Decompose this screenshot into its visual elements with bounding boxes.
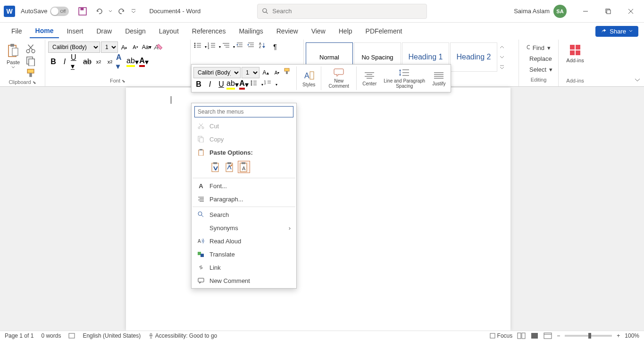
mini-font-name[interactable]: Calibri (Body) — [193, 67, 241, 78]
print-layout-icon[interactable] — [530, 332, 539, 339]
search-box[interactable] — [257, 4, 427, 19]
mini-italic[interactable]: I — [205, 79, 215, 90]
mini-grow-font[interactable]: A▴ — [260, 67, 271, 78]
increase-indent-icon[interactable] — [247, 41, 258, 52]
mini-shrink-font[interactable]: A▾ — [272, 67, 282, 78]
paste-keep-source[interactable] — [209, 161, 222, 173]
font-size-select[interactable]: 11 — [101, 41, 118, 53]
numbering-icon[interactable]: 123 — [208, 41, 218, 52]
tab-mailings[interactable]: Mailings — [233, 25, 268, 38]
document-page[interactable] — [126, 88, 510, 331]
paste-button[interactable]: Paste — [3, 41, 24, 71]
minimize-button[interactable] — [576, 4, 595, 19]
paste-text-only[interactable]: A — [238, 161, 250, 173]
undo-dropdown-icon[interactable] — [109, 8, 112, 15]
customize-qat-icon[interactable] — [131, 8, 136, 15]
menu-link[interactable]: Link — [192, 261, 295, 274]
mini-bold[interactable]: B — [193, 79, 204, 90]
menu-read-aloud[interactable]: A Read Aloud — [192, 234, 295, 248]
tab-file[interactable]: File — [6, 25, 28, 38]
format-painter-icon[interactable] — [25, 68, 36, 78]
font-name-select[interactable]: Calibri (Body) — [48, 41, 100, 53]
tab-layout[interactable]: Layout — [153, 25, 184, 38]
mini-underline[interactable]: U — [216, 79, 226, 90]
zoom-slider[interactable] — [565, 335, 612, 337]
search-input[interactable] — [272, 8, 422, 15]
autosave-toggle[interactable]: Off — [50, 7, 69, 16]
web-layout-icon[interactable] — [544, 332, 552, 339]
styles-up-icon[interactable] — [499, 45, 505, 50]
mini-font-color[interactable]: A▾ — [239, 79, 249, 90]
close-button[interactable] — [621, 4, 640, 19]
menu-paragraph[interactable]: Paragraph... — [192, 192, 295, 206]
mini-bullets-icon[interactable] — [250, 79, 260, 90]
styles-more-icon[interactable] — [499, 65, 505, 69]
replace-button[interactable]: Replace — [524, 54, 553, 63]
focus-button[interactable]: Focus — [490, 332, 512, 339]
menu-synonyms[interactable]: Synonyms › — [192, 221, 295, 234]
italic-button[interactable]: I — [59, 57, 70, 67]
status-accessibility[interactable]: Accessibility: Good to go — [148, 332, 217, 339]
tab-home[interactable]: Home — [30, 24, 59, 38]
ribbon-collapse-icon[interactable] — [634, 76, 641, 83]
read-mode-icon[interactable] — [517, 332, 526, 339]
underline-button[interactable]: U ▾ — [71, 57, 81, 67]
subscript-button[interactable]: x2 — [93, 57, 104, 67]
zoom-out[interactable]: − — [557, 332, 560, 339]
menu-translate[interactable]: Translate — [192, 248, 295, 261]
menu-search[interactable]: Search — [192, 208, 295, 221]
strikethrough-button[interactable]: ab — [82, 57, 92, 67]
status-language[interactable]: English (United States) — [83, 332, 141, 339]
mini-numbering-icon[interactable]: 12 — [264, 79, 275, 90]
change-case-button[interactable]: Aa▾ — [142, 42, 152, 52]
mini-styles-button[interactable]: A Styles — [300, 69, 318, 88]
status-words[interactable]: 0 words — [41, 332, 61, 339]
tab-help[interactable]: Help — [333, 25, 358, 38]
clear-formatting-icon[interactable]: A — [153, 42, 163, 52]
menu-search-input[interactable] — [194, 106, 293, 117]
user-area[interactable]: Saima Aslam SA — [514, 5, 567, 18]
mini-font-size[interactable]: 11 — [242, 67, 259, 78]
spellcheck-icon[interactable] — [68, 332, 75, 339]
mini-format-painter-icon[interactable] — [283, 67, 293, 78]
mini-line-spacing-button[interactable]: Line and Paragraph Spacing — [380, 67, 428, 90]
tab-references[interactable]: References — [186, 25, 232, 38]
redo-icon[interactable] — [118, 8, 125, 15]
menu-new-comment[interactable]: New Comment — [192, 274, 295, 287]
select-button[interactable]: Select ▾ — [524, 65, 553, 74]
tab-review[interactable]: Review — [271, 25, 304, 38]
tab-insert[interactable]: Insert — [61, 25, 89, 38]
text-effects-button[interactable]: A ▾ — [116, 57, 126, 67]
mini-new-comment-button[interactable]: New Comment — [324, 67, 353, 90]
paste-merge[interactable] — [224, 161, 236, 173]
mini-justify-button[interactable]: Justify — [429, 70, 448, 87]
tab-pdfelement[interactable]: PDFelement — [360, 25, 408, 38]
addins-button[interactable]: Add-ins — [562, 41, 587, 65]
share-button[interactable]: Share — [595, 26, 638, 37]
bullets-icon[interactable] — [193, 41, 204, 52]
status-page[interactable]: Page 1 of 1 — [5, 332, 33, 339]
multilevel-list-icon[interactable] — [222, 41, 232, 52]
zoom-level[interactable]: 100% — [625, 332, 639, 339]
copy-icon[interactable] — [25, 56, 36, 66]
tab-draw[interactable]: Draw — [91, 25, 117, 38]
cut-icon[interactable] — [25, 43, 36, 54]
style-heading2[interactable]: Heading 2 — [450, 42, 497, 72]
find-button[interactable]: Find ▾ — [524, 43, 553, 52]
bold-button[interactable]: B — [48, 57, 59, 67]
mini-highlight[interactable]: ab▾ — [227, 79, 238, 90]
styles-down-icon[interactable] — [499, 55, 505, 59]
shrink-font-button[interactable]: A▾ — [130, 42, 141, 52]
zoom-in[interactable]: + — [617, 332, 620, 339]
mini-center-button[interactable]: Center — [360, 70, 379, 87]
font-color-button[interactable]: A ▾ — [139, 57, 149, 67]
show-marks-button[interactable]: ¶ — [270, 41, 280, 52]
decrease-indent-icon[interactable] — [236, 41, 246, 52]
tab-design[interactable]: Design — [119, 25, 151, 38]
save-icon[interactable] — [78, 7, 87, 16]
sort-icon[interactable]: AZ — [259, 41, 269, 52]
highlight-button[interactable]: ab ▾ — [127, 57, 138, 67]
superscript-button[interactable]: x2 — [105, 57, 115, 67]
tab-view[interactable]: View — [306, 25, 331, 38]
maximize-button[interactable] — [599, 4, 618, 19]
